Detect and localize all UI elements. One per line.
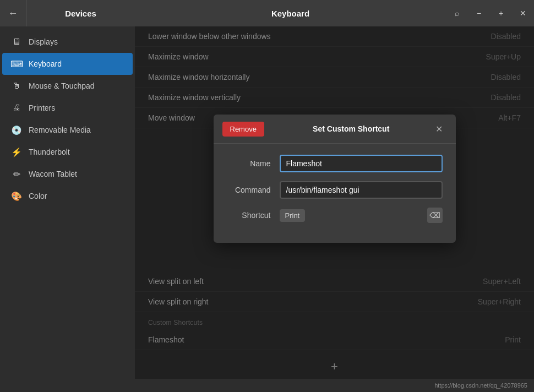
thunderbolt-icon: ⚡ (11, 146, 22, 157)
close-button[interactable]: ✕ (512, 0, 534, 26)
dialog-body: Name Command Shortcut Print ⌫ (214, 144, 456, 243)
status-url: https://blog.csdn.net/qq_42078965 (434, 382, 527, 389)
sidebar-item-color[interactable]: 🎨 Color (2, 185, 133, 207)
content-area: 🖥 Displays ⌨ Keyboard 🖱 Mouse & Touchpad… (0, 26, 534, 379)
sidebar-item-label: Keyboard (29, 59, 62, 68)
dialog-close-button[interactable]: ✕ (432, 121, 447, 137)
maximize-icon: + (499, 9, 503, 18)
sidebar-item-label: Printers (29, 104, 55, 112)
sidebar: 🖥 Displays ⌨ Keyboard 🖱 Mouse & Touchpad… (0, 26, 135, 379)
color-icon: 🎨 (11, 190, 22, 202)
sidebar-item-label: Wacom Tablet (29, 170, 77, 178)
shortcut-row: Shortcut Print ⌫ (227, 208, 443, 223)
command-input[interactable] (280, 181, 443, 199)
minimize-button[interactable]: − (468, 0, 490, 26)
dialog-header: Remove Set Custom Shortcut ✕ (214, 115, 456, 144)
sidebar-item-label: Displays (29, 37, 58, 46)
keyboard-icon: ⌨ (11, 58, 22, 69)
command-label: Command (227, 186, 271, 194)
sidebar-item-label: Color (29, 192, 47, 200)
sidebar-item-thunderbolt[interactable]: ⚡ Thunderbolt (2, 141, 133, 163)
main-panel: Lower window below other windows Disable… (135, 26, 534, 379)
displays-icon: 🖥 (11, 36, 22, 47)
mouse-icon: 🖱 (11, 80, 22, 91)
name-input[interactable] (280, 155, 443, 172)
printers-icon: 🖨 (11, 102, 22, 113)
sidebar-item-removable[interactable]: 💿 Removable Media (2, 119, 133, 141)
dialog-overlay: Remove Set Custom Shortcut ✕ Name Comman… (135, 26, 534, 379)
sidebar-item-label: Thunderbolt (29, 148, 70, 156)
titlebar: ← Devices Keyboard ⌕ − + ✕ (0, 0, 534, 26)
sidebar-title: Devices (26, 9, 135, 18)
dialog-close-icon: ✕ (435, 124, 443, 134)
sidebar-item-keyboard[interactable]: ⌨ Keyboard (2, 53, 133, 75)
main-title: Keyboard (135, 9, 446, 18)
sidebar-item-displays[interactable]: 🖥 Displays (2, 31, 133, 53)
window-controls: ⌕ − + ✕ (446, 0, 534, 26)
shortcut-label: Shortcut (227, 211, 271, 220)
sidebar-item-label: Mouse & Touchpad (29, 81, 95, 90)
name-label: Name (227, 159, 271, 168)
status-bar: https://blog.csdn.net/qq_42078965 (0, 379, 534, 392)
removable-icon: 💿 (11, 124, 22, 135)
search-icon: ⌕ (455, 9, 459, 18)
clear-icon: ⌫ (429, 211, 440, 220)
shortcut-badge: Print (280, 209, 306, 222)
back-button[interactable]: ← (0, 0, 26, 26)
sidebar-item-printers[interactable]: 🖨 Printers (2, 97, 133, 119)
minimize-icon: − (477, 9, 481, 18)
dialog-title: Set Custom Shortcut (271, 124, 432, 133)
command-row: Command (227, 181, 443, 199)
shortcut-clear-button[interactable]: ⌫ (427, 208, 443, 223)
close-icon: ✕ (520, 9, 526, 18)
sidebar-item-mouse[interactable]: 🖱 Mouse & Touchpad (2, 75, 133, 97)
maximize-button[interactable]: + (490, 0, 512, 26)
name-row: Name (227, 155, 443, 172)
shortcut-value-area: Print ⌫ (280, 208, 443, 223)
back-icon: ← (8, 8, 18, 19)
search-button[interactable]: ⌕ (446, 0, 468, 26)
sidebar-item-label: Removable Media (29, 126, 91, 134)
remove-button[interactable]: Remove (222, 122, 264, 137)
wacom-icon: ✏ (11, 168, 22, 179)
sidebar-item-wacom[interactable]: ✏ Wacom Tablet (2, 163, 133, 185)
set-custom-shortcut-dialog: Remove Set Custom Shortcut ✕ Name Comman… (214, 115, 456, 243)
